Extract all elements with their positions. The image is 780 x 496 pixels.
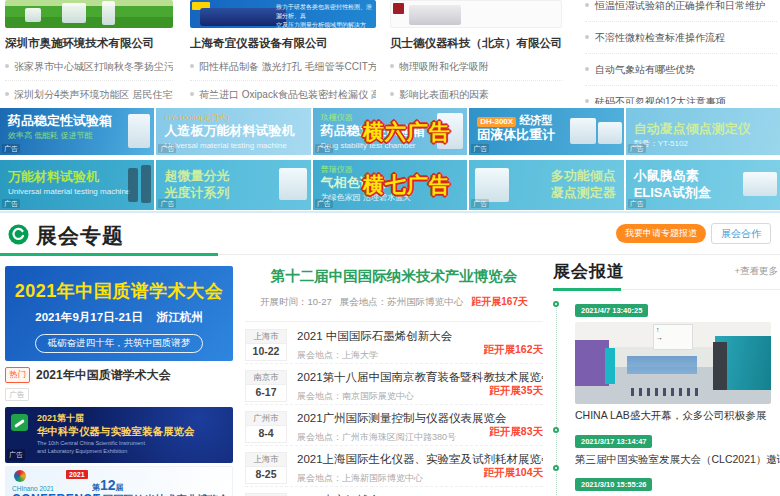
exhibition-title-link[interactable]: 2021 中国国际石墨烯创新大会	[297, 329, 543, 344]
countdown-label: 距开展167天	[471, 296, 528, 307]
ad-tile-elisa-kit[interactable]: 小鼠胰岛素 ELISA试剂盒 广告	[626, 160, 780, 210]
company-card: 深圳市奥施环境技术有限公司 张家界市中心城区打响秋冬季扬尘污染治理攻坚战 深圳划…	[5, 0, 173, 109]
poster-date-place: 2021年9月17日-21日浙江杭州	[5, 310, 233, 325]
leak-detector-graphic	[200, 8, 286, 26]
exhibition-row[interactable]: 南京市 6-17 2021第十八届中国南京教育装备暨科教技术展览会 展会地点：南…	[245, 364, 543, 405]
company-article-link[interactable]: 阳性样品制备 激光打孔 毛细管等CCIT方法	[190, 53, 376, 81]
model-chip: DH-300X	[477, 117, 516, 127]
ad-corner-tag: 广告	[471, 199, 489, 208]
countdown-label: 距开展35天	[489, 384, 543, 398]
report-item: 2021/3/10 15:55:26 群英荟萃丨争做标杆 粤港澳大湾区医疗产业盛…	[575, 473, 780, 496]
exhibition-row[interactable]: 上海市 8-25 2021上海国际生化仪器、实验室及试剂耗材展览会 展会地点：上…	[245, 446, 543, 487]
brand-label: CHInano 2021	[12, 485, 92, 492]
balance-graphic	[570, 118, 596, 144]
report-item: 2021/3/17 13:14:47 第三届中国实验室发展大会（CLC2021）…	[575, 430, 780, 467]
ad-corner-tag: 广告	[315, 144, 333, 153]
booth-graphic	[605, 348, 615, 384]
featured-exhibition-title[interactable]: 第十二届中国国际纳米技术产业博览会	[245, 267, 543, 286]
exhibition-title-link[interactable]: 2021上海国际生化仪器、实验室及试剂耗材展览会	[297, 452, 543, 467]
article-link[interactable]: 自动气象站有哪些优势	[585, 54, 777, 86]
section-divider-line	[0, 211, 780, 213]
balance-graphic	[598, 122, 622, 144]
poster-huazhong-exhibition[interactable]: 2021第十届 华中科学仪器与实验室装备展览会 The 10th Central…	[5, 407, 233, 463]
company-article-link[interactable]: 影响比表面积的因素	[390, 81, 562, 109]
featured-exhibition-meta: 开展时间：10-27展会地点：苏州国际博览中心距开展167天	[245, 295, 543, 309]
article-link[interactable]: 不溶性微粒检查标准操作流程	[585, 22, 777, 54]
kit-box-graphic	[743, 172, 777, 196]
report-title-link[interactable]: 第三届中国实验室发展大会（CLC2021）邀请函	[575, 453, 780, 467]
exhibition-datebox: 上海市 8-25	[245, 452, 287, 486]
exhibition-section-header: 展会专题 我要申请专题报道 展会合作	[0, 214, 780, 255]
reports-timeline: 2021/4/7 13:40:25 ↑→ CHINA LAB盛大开幕，众多公司积…	[553, 299, 780, 496]
header-green-bar	[0, 253, 218, 256]
ad-corner-tag: 广告	[158, 144, 176, 153]
booth-graphic	[627, 356, 697, 374]
exhibition-datebox: 广州市 8-4	[245, 411, 287, 445]
ad-banner-row-2: 万能材料试验机 Universal material testing machi…	[0, 160, 780, 210]
hall-sign-graphic: ↑→	[653, 324, 693, 350]
company-card: 贝士德仪器科技（北京）有限公司 物理吸附和化学吸附 影响比表面积的因素	[390, 0, 562, 109]
ad-tile-densimeter[interactable]: DH-300X经济型 固液体比重计 广告	[469, 108, 623, 155]
poster-title-line: 2021第十届	[37, 412, 227, 425]
ad-tile-universal-tester[interactable]: 万能材料试验机 Universal material testing machi…	[0, 160, 154, 210]
timeline-dot	[553, 301, 559, 307]
tester-graphic	[475, 168, 509, 202]
poster-chinano-expo[interactable]: 2021 CHInano 2021 CONFERENCE 第12届 中国国际纳米…	[5, 466, 233, 496]
company-article-link[interactable]: 深圳划分4类声环境功能区 居民住宅夜间环境噪声限值	[5, 81, 173, 109]
exhibition-logo-icon	[8, 224, 29, 245]
countdown-label: 距开展162天	[483, 343, 543, 357]
hot-exhibition-link[interactable]: 2021年中国质谱学术大会	[36, 367, 171, 384]
company-article-link[interactable]: 张家界市中心城区打响秋冬季扬尘污染治理攻坚战	[5, 53, 173, 81]
company-article-link[interactable]: 物理吸附和化学吸附	[390, 53, 562, 81]
company-name-link[interactable]: 上海奇宜仪器设备有限公司	[190, 36, 376, 51]
company-name-link[interactable]: 贝士德仪器科技（北京）有限公司	[390, 36, 562, 51]
poster-title: 2021年中国质谱学术大会	[5, 279, 233, 303]
report-item: 2021/4/7 13:40:25 ↑→ CHINA LAB盛大开幕，众多公司积…	[575, 299, 780, 423]
booth-graphic	[713, 342, 727, 390]
report-time-badge: 2021/4/7 13:40:25	[575, 304, 648, 317]
report-time-badge: 2021/3/17 13:14:47	[575, 435, 652, 448]
exhibition-row[interactable]: 上海市 10-22 2021 中国国际石墨烯创新大会 展会地点：上海大学 距开展…	[245, 323, 543, 364]
ad-overlay-label: 横六广告	[363, 118, 451, 146]
poster-date: 2021年10月14-16日	[37, 458, 227, 464]
exhibition-title-link[interactable]: 2021第十八届中国南京教育装备暨科教技术展览会	[297, 370, 543, 385]
poster-mass-spec-conference[interactable]: 2021年中国质谱学术大会 2021年9月17日-21日浙江杭州 砥砺奋进四十年…	[5, 266, 233, 361]
chinano-logo-icon	[14, 470, 26, 482]
article-link[interactable]: 砝码不可忽视的12大注意事项	[585, 86, 777, 104]
company-banner-image[interactable]	[5, 0, 173, 28]
hot-tag: 热门	[5, 367, 30, 383]
ad-overlay-label: 横七广告	[363, 171, 451, 199]
apply-report-button[interactable]: 我要申请专题报道	[616, 224, 706, 243]
ad-tile-pour-point[interactable]: 自动凝点倾点测定仪 型号：YT-5102 广告	[626, 108, 780, 155]
visitors-graphic	[631, 388, 701, 396]
ad-tile-stability-chamber[interactable]: 药品稳定性试验箱 效率高 低能耗 促进节能 广告	[0, 108, 154, 155]
chamber-graphic	[128, 114, 150, 148]
ad-corner-tag: 广告	[628, 144, 646, 153]
ad-tile-testing-machine[interactable]: HY-10080(龙门式) 人造板万能材料试验机 Universal mater…	[156, 108, 310, 155]
company-article-link[interactable]: 荷兰进口 Oxipack食品包装密封检漏仪 高效节能的选	[190, 81, 376, 109]
exhibition-datebox: 上海市 10-22	[245, 329, 287, 363]
company-banner-image[interactable]: 致力于研发各类包装密封性检测、泄漏分析、真 空及压力测量分析领域里的解决方案。	[190, 0, 376, 28]
poster-title-line: 华中科学仪器与实验室装备展览会	[37, 425, 227, 439]
exhibition-coop-button[interactable]: 展会合作	[711, 223, 771, 244]
exhibition-row[interactable]: 广州市 8-4 2021广州国际测量控制与仪器仪表展览会 展会地点：广州市海珠区…	[245, 405, 543, 446]
ad-corner-tag: 广告	[2, 199, 20, 208]
spectrophotometer-graphic	[279, 168, 307, 200]
report-title-link[interactable]: CHINA LAB盛大开幕，众多公司积极参展	[575, 409, 780, 423]
ad-corner-tag: 广告	[158, 199, 176, 208]
company-name-link[interactable]: 深圳市奥施环境技术有限公司	[5, 36, 173, 51]
view-more-link[interactable]: +查看更多	[734, 265, 778, 278]
company-banner-image[interactable]	[390, 0, 562, 28]
ad-corner-tag: 广告	[7, 449, 25, 461]
divider	[245, 321, 543, 322]
article-link[interactable]: 恒温恒湿试验箱的正确操作和日常维护	[585, 0, 777, 22]
exhibition-row[interactable]: 南京市 2021南京智博会	[245, 487, 543, 496]
reports-green-bar	[553, 288, 621, 291]
ad-tile-pour-point-tester[interactable]: 多功能倾点 凝点测定器 广告	[469, 160, 623, 210]
report-image[interactable]: ↑→	[575, 322, 771, 404]
countdown-label: 距开展104天	[483, 466, 543, 480]
ad-tile-spectrophotometer[interactable]: 超微量分光 光度计系列 广告	[156, 160, 310, 210]
exhibition-title-link[interactable]: 2021广州国际测量控制与仪器仪表展览会	[297, 411, 543, 426]
hot-exhibition-row: 热门 2021年中国质谱学术大会	[5, 366, 233, 384]
timeline-dot	[553, 465, 559, 471]
